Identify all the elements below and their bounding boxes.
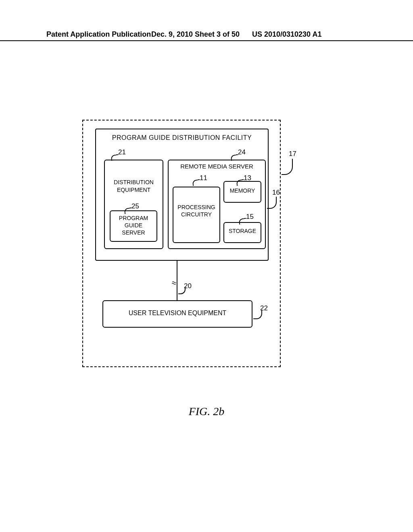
processing-circuitry-box: PROCESSING CIRCUITRY	[173, 187, 220, 243]
distribution-equipment-label: DISTRIBUTION EQUIPMENT	[105, 179, 163, 194]
header-divider	[0, 40, 413, 41]
lead-17	[282, 159, 293, 175]
header-publication: Patent Application Publication	[46, 30, 151, 39]
ref-24: 24	[238, 148, 246, 156]
ref-13: 13	[244, 174, 251, 182]
ref-21: 21	[118, 148, 126, 156]
facility-title: PROGRAM GUIDE DISTRIBUTION FACILITY	[96, 134, 268, 141]
ref-16: 16	[272, 189, 280, 197]
ref-25: 25	[131, 202, 139, 210]
remote-media-server-label: REMOTE MEDIA SERVER	[169, 163, 265, 170]
ref-15: 15	[246, 213, 254, 221]
ref-17: 17	[289, 150, 296, 158]
header-date-sheet: Dec. 9, 2010 Sheet 3 of 50	[151, 30, 240, 39]
figure-caption: FIG. 2b	[0, 405, 413, 418]
program-guide-server-box: PROGRAM GUIDE SERVER	[110, 210, 157, 242]
storage-box: STORAGE	[223, 222, 261, 243]
user-television-equipment-box: USER TELEVISION EQUIPMENT	[102, 300, 252, 328]
ref-11: 11	[200, 174, 207, 182]
header-patent-number: US 2010/0310230 A1	[252, 30, 321, 39]
